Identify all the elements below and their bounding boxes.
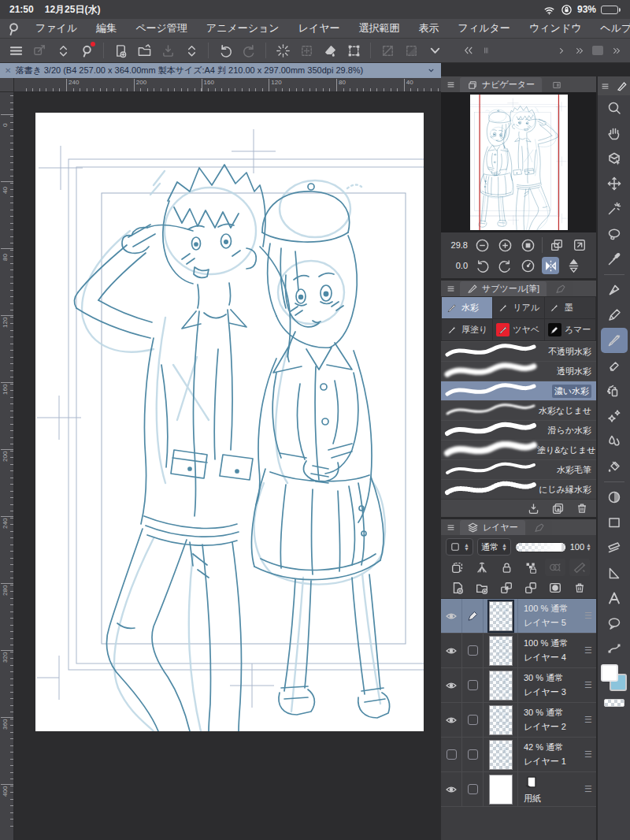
layer-drag-handle[interactable]: ☰: [580, 772, 596, 806]
layer-drag-handle[interactable]: ☰: [580, 668, 596, 702]
layer-checkbox[interactable]: [468, 680, 478, 690]
layer-menu-icon[interactable]: [441, 519, 460, 535]
selection-tool[interactable]: [601, 221, 628, 247]
toolbar-scroll-thumb[interactable]: [592, 46, 603, 55]
transfer-to-lower-layer-icon[interactable]: [496, 579, 517, 597]
tab-navigator[interactable]: ナビゲーター: [460, 77, 542, 92]
layer-thumbnail[interactable]: [489, 671, 513, 701]
tab-layer[interactable]: レイヤー: [460, 520, 525, 535]
eraser-tool[interactable]: [601, 353, 628, 378]
expand-right-icon[interactable]: [573, 46, 585, 56]
clip-studio-icon[interactable]: [76, 40, 98, 61]
canvas-page[interactable]: [35, 113, 424, 731]
opacity-slider[interactable]: [515, 542, 566, 552]
tool-menu-icon[interactable]: [600, 81, 610, 91]
subtool-group-4[interactable]: ツヤベ: [493, 319, 543, 340]
pencil-tool[interactable]: [601, 303, 628, 328]
auto-select-tool[interactable]: [601, 196, 628, 221]
brush-item-0[interactable]: 不透明水彩: [441, 341, 596, 361]
new-folder-icon[interactable]: [472, 579, 492, 597]
brush-item-6[interactable]: 水彩毛筆: [441, 459, 596, 479]
convert-selection-icon[interactable]: [376, 40, 398, 61]
layer-visibility-eye-icon[interactable]: [445, 783, 458, 796]
save-icon[interactable]: [157, 40, 179, 61]
menu-item-0[interactable]: ファイル: [26, 19, 87, 38]
canvas-viewport[interactable]: 2402001601208040 04080120160200240280320…: [0, 78, 441, 840]
import-subtool-icon[interactable]: [527, 502, 540, 515]
gradient-tool[interactable]: [601, 485, 628, 510]
blend-mode-select[interactable]: 通常 ▲▼: [477, 538, 511, 556]
layer-checkbox[interactable]: [468, 645, 478, 656]
brush-tool[interactable]: [601, 328, 628, 353]
reset-rotation-button[interactable]: [519, 257, 536, 274]
layer-row-5[interactable]: 用紙 ☰: [441, 772, 596, 807]
text-tool[interactable]: [601, 585, 628, 611]
ruler-show-icon[interactable]: [569, 559, 590, 576]
tool-tab-icon[interactable]: [616, 80, 628, 92]
layer-drag-handle[interactable]: ☰: [580, 738, 596, 771]
undo-icon[interactable]: [214, 40, 236, 61]
main-menu-icon[interactable]: [5, 40, 27, 61]
layer-row-0[interactable]: 100 % 通常レイヤー 5 ☰: [441, 599, 596, 634]
navigator-menu-icon[interactable]: [441, 76, 460, 92]
fit-whole-button[interactable]: [571, 236, 588, 254]
color-swatches[interactable]: [601, 664, 628, 696]
transparent-color-chip[interactable]: [604, 699, 624, 707]
decoration-tool[interactable]: [601, 403, 628, 429]
layer-checkbox[interactable]: [468, 784, 478, 794]
foreground-color-swatch[interactable]: [601, 664, 618, 682]
clip-to-layer-below-icon[interactable]: [447, 559, 468, 576]
fit-screen-button[interactable]: [548, 236, 565, 254]
toolbar-chevrons-icon[interactable]: [180, 40, 202, 61]
menu-item-5[interactable]: 選択範囲: [350, 19, 410, 38]
delete-layer-icon[interactable]: [569, 579, 590, 597]
close-document-icon[interactable]: ✕: [5, 66, 11, 75]
flip-vertical-button[interactable]: [565, 257, 582, 274]
rotate-left-button[interactable]: [473, 257, 491, 274]
balloon-tool[interactable]: [601, 611, 628, 636]
processing-icon[interactable]: [272, 40, 294, 61]
redo-icon[interactable]: [238, 40, 260, 61]
frame-border-tool[interactable]: [601, 560, 628, 585]
subtool-group-1[interactable]: リアル: [493, 297, 543, 318]
flip-horizontal-button[interactable]: [542, 257, 559, 274]
layer-drag-handle[interactable]: ☰: [580, 599, 596, 633]
scroll-right-icon[interactable]: [556, 46, 566, 56]
transform-icon[interactable]: [343, 40, 365, 61]
layer-drag-handle[interactable]: ☰: [580, 703, 596, 737]
hand-tool[interactable]: [601, 121, 628, 146]
eyedropper-tool[interactable]: [601, 247, 628, 272]
zoom-100-button[interactable]: [519, 236, 536, 254]
layer-visibility-empty[interactable]: [447, 749, 457, 760]
brush-item-5[interactable]: 塗り&なじませ: [441, 440, 596, 459]
tab-subview[interactable]: [543, 77, 570, 92]
layer-thumbnail[interactable]: [489, 705, 513, 735]
zoom-tool[interactable]: [601, 95, 628, 121]
brush-item-7[interactable]: にじみ縁水彩: [441, 479, 596, 499]
collapse-expand-icon[interactable]: [52, 40, 74, 61]
brush-item-3[interactable]: 水彩なじませ: [441, 400, 596, 420]
lock-layer-icon[interactable]: [496, 559, 517, 576]
menu-item-7[interactable]: フィルター: [449, 19, 520, 38]
document-tab-chevron-icon[interactable]: [426, 66, 436, 75]
pen-tool[interactable]: [601, 277, 628, 303]
menu-item-9[interactable]: ヘルプ: [591, 19, 630, 38]
collapse-left-icon[interactable]: [462, 45, 475, 56]
layer-row-1[interactable]: 100 % 通常レイヤー 4 ☰: [441, 634, 596, 668]
brush-item-1[interactable]: 透明水彩: [441, 361, 596, 381]
blend-tool[interactable]: [601, 429, 628, 454]
delete-subtool-icon[interactable]: [576, 502, 588, 515]
brush-item-4[interactable]: 滑らか水彩: [441, 420, 596, 440]
fill-tool[interactable]: [601, 454, 628, 479]
brush-item-2[interactable]: 濃い水彩: [441, 381, 596, 400]
figure-tool[interactable]: [601, 510, 628, 535]
zoom-out-button[interactable]: [473, 236, 491, 254]
ruler-tool[interactable]: [601, 535, 628, 560]
tab-layer-alt[interactable]: [527, 520, 552, 535]
document-tab[interactable]: ✕ 落書き 3/20 (B4 257.00 x 364.00mm 製本サイズ:A…: [0, 63, 441, 78]
layer-thumbnail[interactable]: [489, 636, 513, 666]
layer-color-selector[interactable]: ▲▼: [446, 538, 473, 556]
menu-item-6[interactable]: 表示: [410, 19, 449, 38]
layer-mask-icon[interactable]: [545, 579, 565, 597]
layer-checkbox[interactable]: [468, 715, 478, 725]
